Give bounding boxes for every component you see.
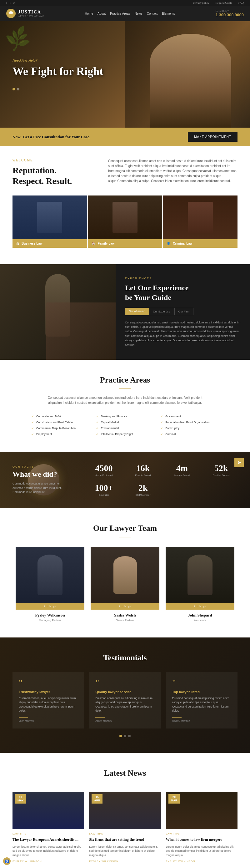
area-construction: ✓ Construction and Real Estate xyxy=(31,421,90,424)
gp-icon[interactable]: g+ xyxy=(203,605,206,608)
area-corporate: ✓ Corporate and M&A xyxy=(31,415,90,418)
news-month-3: MAR xyxy=(171,799,178,802)
check-icon: ✓ xyxy=(96,421,99,424)
tw-icon[interactable]: t xyxy=(197,605,198,608)
instagram-icon[interactable]: in xyxy=(13,1,15,4)
lawyer-2-role: Senior Partner xyxy=(91,619,159,622)
privacy-link[interactable]: Privacy policy xyxy=(193,1,209,4)
faq-link[interactable]: FAQ xyxy=(239,1,244,4)
stats-label: OUR FACTS xyxy=(12,465,87,468)
tab-our-expertise[interactable]: Our Expertise xyxy=(149,308,174,315)
area-label: Capital Market xyxy=(101,421,119,424)
nav-practice[interactable]: Practice Areas xyxy=(110,12,130,15)
lawyer-2-social: f t in g+ xyxy=(91,603,159,610)
news-image-2: 15 APR xyxy=(89,792,160,829)
stat-label: Money Saved xyxy=(166,474,199,477)
stat-number: 4m xyxy=(166,463,199,473)
news-author-2: FYSLEY WILKINSON xyxy=(89,860,160,863)
business-law-label: ⚖ Business Law xyxy=(12,239,87,248)
nav-contact[interactable]: Contact xyxy=(147,12,157,15)
top-links[interactable]: Privacy policy Request Quote FAQ xyxy=(190,1,244,4)
logo[interactable]: JUSTICA ATTORNEYS AT LAW xyxy=(6,9,44,18)
family-law-icon: 🏠 xyxy=(92,242,95,245)
testimonial-3: " Top lawyer listed Euismod consequat eu… xyxy=(166,672,238,728)
area-ip: ✓ Intellectual Property Right xyxy=(96,433,154,436)
tab-our-firm[interactable]: Our Firm xyxy=(174,308,194,315)
nav-news[interactable]: News xyxy=(135,12,143,15)
in-icon[interactable]: in xyxy=(124,605,126,608)
welcome-title-line2: Respect. Result. xyxy=(12,176,99,186)
twitter-icon[interactable]: t xyxy=(10,1,11,4)
practice-areas-title: Practice Areas xyxy=(12,375,238,385)
welcome-text: Consequat occaecat ullamco amet non euis… xyxy=(108,159,238,184)
make-appointment-button[interactable]: MAKE APPOINTMENT xyxy=(188,132,238,142)
in-icon[interactable]: in xyxy=(49,605,51,608)
testimonial-1-author-area: John Maxwell xyxy=(19,717,78,722)
area-label: Government xyxy=(165,415,181,418)
nav-home[interactable]: Home xyxy=(85,12,93,15)
news-author-3: FYSLEY WILKINSON xyxy=(166,860,238,863)
stat-people-saved: 16k People Saved xyxy=(127,463,159,477)
news-article-1[interactable]: 10 MAY LAW TIPS The Lawyer European Awar… xyxy=(12,792,84,863)
area-banking: ✓ Banking and Finance xyxy=(96,415,154,418)
experience-content: EXPERIENCES Let Our Experience be Your G… xyxy=(116,264,250,360)
exp-title-2: be Your Guide xyxy=(125,293,241,303)
team-divider xyxy=(119,537,131,537)
hero-dot-2[interactable] xyxy=(17,88,20,90)
news-title: Latest News xyxy=(12,769,238,778)
news-text-1: Lorem ipsum dolor sit amet, consectetur … xyxy=(12,845,84,858)
welcome-inner: WELCOME Reputation. Respect. Result. Con… xyxy=(12,159,238,186)
nav-elements[interactable]: Elements xyxy=(162,12,175,15)
news-day-2: 15 xyxy=(94,796,100,799)
nav-links: Home About Practice Areas News Contact E… xyxy=(85,12,175,15)
lawyer-3-photo xyxy=(166,547,235,603)
check-icon: ✓ xyxy=(160,433,163,436)
area-label: Employment xyxy=(36,433,52,436)
stat-number: 100+ xyxy=(87,483,120,493)
fb-icon[interactable]: f xyxy=(119,605,120,608)
divider xyxy=(119,389,131,389)
hero-dot-1[interactable] xyxy=(12,88,15,90)
logo-icon xyxy=(6,9,15,18)
tw-icon[interactable]: t xyxy=(122,605,122,608)
fb-icon[interactable]: f xyxy=(44,605,45,608)
family-law-text: Family Law xyxy=(98,242,115,245)
stat-label: Home Protected xyxy=(87,474,120,477)
test-dot-2[interactable] xyxy=(124,735,126,737)
news-article-2[interactable]: 15 APR LAW TIPS Six firms that are setti… xyxy=(89,792,160,863)
practice-card-family[interactable]: 🏠 Family Law xyxy=(88,195,163,252)
experience-image xyxy=(0,264,116,360)
request-quote-link[interactable]: Request Quote xyxy=(215,1,232,4)
accessibility-badge[interactable]: ♿ xyxy=(3,857,11,865)
testimonial-1: " Trustworthy lawyer Euismod consequat e… xyxy=(12,672,84,728)
news-article-3[interactable]: 20 MAR LAW TIPS When it comes to law fir… xyxy=(166,792,238,863)
area-label: Criminal xyxy=(165,433,176,436)
in-icon[interactable]: in xyxy=(200,605,201,608)
practice-card-criminal[interactable]: 👤 Criminal Law xyxy=(163,195,238,252)
stats-left: OUR FACTS What we did? Commodo occaecat … xyxy=(12,465,87,495)
tw-icon[interactable]: t xyxy=(47,605,47,608)
family-law-image xyxy=(88,195,163,239)
stats-content: OUR FACTS What we did? Commodo occaecat … xyxy=(0,454,250,506)
gp-icon[interactable]: g+ xyxy=(53,605,56,608)
lawyer-3-role: Associate xyxy=(166,619,235,622)
team-title: Our Lawyer Team xyxy=(12,524,238,533)
practice-card-business[interactable]: ⚖ Business Law xyxy=(12,195,87,252)
tab-our-attention[interactable]: Our Attention xyxy=(125,308,149,315)
testimonial-1-text: Euismod consequat eu adipiscing minim en… xyxy=(19,696,78,713)
stat-label: Conflict Solved xyxy=(205,474,238,477)
check-icon: ✓ xyxy=(31,421,34,424)
phone-number[interactable]: 1 300 300 9000 xyxy=(216,12,244,17)
stat-number: 16k xyxy=(127,463,159,473)
gp-icon[interactable]: g+ xyxy=(128,605,131,608)
check-icon: ✓ xyxy=(96,415,99,418)
fb-icon[interactable]: f xyxy=(194,605,195,608)
testimonials-content: Testimonials " Trustworthy lawyer Euismo… xyxy=(12,653,238,737)
check-icon: ✓ xyxy=(160,415,163,418)
social-links[interactable]: f t in xyxy=(6,1,15,4)
facebook-icon[interactable]: f xyxy=(6,1,7,4)
test-dot-1[interactable] xyxy=(119,735,122,737)
nav-about[interactable]: About xyxy=(98,12,106,15)
test-dot-3[interactable] xyxy=(128,735,131,737)
exp-image-bg xyxy=(0,264,116,360)
